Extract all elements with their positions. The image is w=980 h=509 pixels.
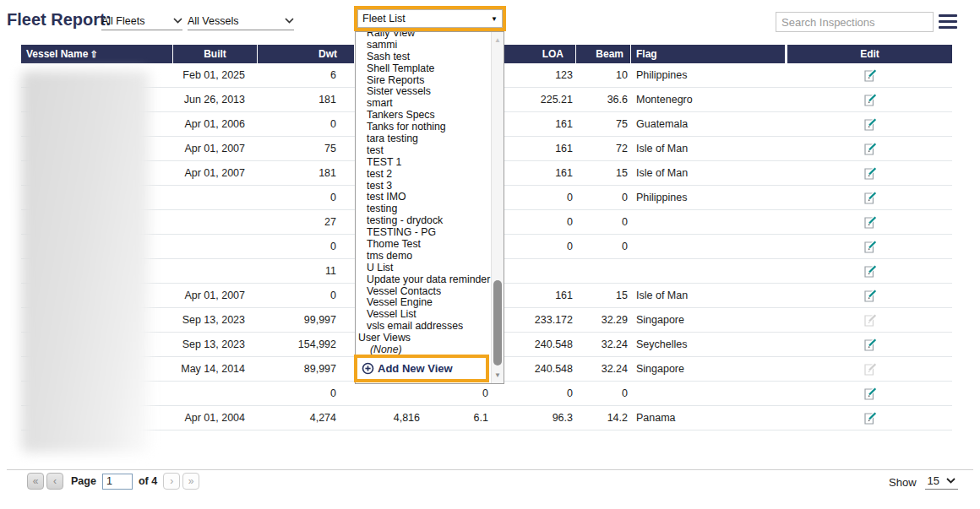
fleet-filter-select[interactable]: All Fleets: [101, 12, 182, 30]
dropdown-scrollbar[interactable]: ▲ ▼: [491, 32, 504, 383]
view-dropdown-item[interactable]: Tanks for nothing: [356, 122, 491, 133]
first-page-button[interactable]: «: [27, 473, 44, 490]
edit-row-button[interactable]: [787, 406, 952, 430]
cell-flag: Seychelles: [631, 333, 786, 356]
view-dropdown-group-label: User Views: [356, 333, 491, 344]
edit-icon[interactable]: [863, 117, 877, 132]
cell-built: Apr 01, 2004: [173, 406, 258, 430]
edit-row-button[interactable]: [787, 284, 952, 307]
view-dropdown-item[interactable]: test IMO: [356, 192, 491, 203]
column-header-beam[interactable]: Beam: [576, 45, 631, 63]
edit-icon[interactable]: [863, 240, 877, 254]
view-dropdown-item[interactable]: sammi: [356, 40, 491, 51]
table-row: Apr 01, 20044,2744,8166.196.314.2Panama: [21, 406, 952, 430]
cell-flag: Singapore: [631, 357, 786, 381]
view-dropdown-item[interactable]: tms demo: [356, 251, 491, 263]
edit-icon[interactable]: [863, 362, 877, 376]
view-dropdown-item[interactable]: smart: [356, 98, 491, 110]
edit-row-button[interactable]: [787, 235, 952, 258]
edit-icon[interactable]: [863, 338, 877, 352]
view-dropdown-item[interactable]: Tankers Specs: [356, 110, 491, 122]
view-select-highlight: Fleet List ▼: [354, 6, 506, 31]
column-header-flag[interactable]: Flag: [631, 45, 786, 63]
edit-row-button[interactable]: [787, 112, 952, 136]
view-select[interactable]: Fleet List ▼: [357, 9, 503, 28]
view-dropdown-item[interactable]: testing - drydock: [356, 215, 491, 227]
column-header-dwt[interactable]: Dwt: [258, 45, 355, 63]
cell-beam: 0: [576, 382, 631, 405]
add-new-view-button[interactable]: Add New View: [354, 355, 489, 382]
edit-icon[interactable]: [863, 411, 877, 425]
page-number-input[interactable]: [102, 474, 133, 490]
cell-beam: 0: [576, 235, 631, 258]
cell-beam: 75: [576, 112, 631, 136]
edit-row-button[interactable]: [787, 137, 952, 160]
vessel-filter-select[interactable]: All Vessels: [188, 12, 294, 30]
view-dropdown-item[interactable]: test 2: [356, 169, 491, 181]
view-dropdown-item[interactable]: Sash test: [356, 51, 491, 63]
view-dropdown-item[interactable]: Vessel Contacts: [356, 286, 491, 298]
cell-flag: [631, 235, 786, 258]
view-dropdown-item[interactable]: tara testing: [356, 133, 491, 145]
view-dropdown-item[interactable]: testing: [356, 203, 491, 215]
view-dropdown-item[interactable]: Thome Test: [356, 239, 491, 251]
cell-hidden-b: 6.1: [422, 406, 490, 430]
view-dropdown-item[interactable]: Sister vessels: [356, 86, 491, 98]
cell-built: May 14, 2014: [173, 357, 258, 381]
edit-icon[interactable]: [863, 191, 877, 205]
prev-page-button[interactable]: ‹: [46, 473, 63, 490]
edit-icon[interactable]: [863, 93, 877, 107]
edit-icon[interactable]: [863, 215, 877, 230]
edit-icon[interactable]: [863, 289, 877, 303]
view-dropdown-item[interactable]: Shell Template: [356, 63, 491, 75]
view-dropdown-item[interactable]: Sire Reports: [356, 75, 491, 87]
edit-icon[interactable]: [863, 68, 877, 83]
view-dropdown-item[interactable]: U List: [356, 263, 491, 274]
edit-row-button[interactable]: [787, 186, 952, 209]
cell-flag: Singapore: [631, 308, 786, 332]
edit-row-button[interactable]: [787, 161, 952, 185]
view-dropdown-item[interactable]: TEST 1: [356, 157, 491, 169]
next-page-button[interactable]: ›: [163, 473, 180, 490]
last-page-button[interactable]: »: [182, 473, 199, 490]
edit-icon[interactable]: [863, 264, 877, 279]
view-dropdown-item[interactable]: TESTING - PG: [356, 227, 491, 239]
view-dropdown-item[interactable]: Vessel Engine: [356, 297, 491, 309]
cell-dwt: 6: [258, 63, 355, 87]
edit-icon[interactable]: [863, 313, 877, 328]
cell-built: Feb 01, 2025: [173, 63, 258, 87]
column-header-built[interactable]: Built: [173, 45, 258, 63]
scroll-down-icon[interactable]: ▼: [492, 371, 504, 379]
rows-per-page-select[interactable]: 15: [925, 474, 958, 490]
view-dropdown-item[interactable]: vsls email addresses: [356, 321, 491, 333]
menu-icon[interactable]: [939, 14, 957, 32]
scrollbar-thumb[interactable]: [493, 280, 502, 366]
view-dropdown-item[interactable]: test 3: [356, 181, 491, 192]
cell-beam: 14.2: [576, 406, 631, 430]
edit-row-button[interactable]: [787, 382, 952, 405]
edit-icon[interactable]: [863, 387, 877, 401]
edit-icon[interactable]: [863, 166, 877, 181]
table-row: 0000: [21, 382, 952, 406]
edit-row-button[interactable]: [787, 333, 952, 356]
edit-row-button[interactable]: [787, 210, 952, 234]
edit-row-button[interactable]: [787, 259, 952, 283]
cell-beam: 32.24: [576, 333, 631, 356]
search-input[interactable]: [781, 16, 930, 29]
view-dropdown-item[interactable]: Vessel List: [356, 309, 491, 321]
cell-built: Sep 13, 2023: [173, 308, 258, 332]
cell-dwt: 0: [258, 382, 355, 405]
view-dropdown-item[interactable]: Update your data reminder: [356, 274, 491, 286]
vessel-filter-value: All Vessels: [188, 15, 238, 27]
cell-built: [173, 186, 258, 209]
edit-icon[interactable]: [863, 142, 877, 156]
scroll-up-icon[interactable]: ▲: [492, 36, 504, 44]
column-header-edit: Edit: [787, 45, 952, 63]
search-box: [776, 12, 934, 32]
edit-row-button[interactable]: [787, 63, 952, 87]
add-new-view-label: Add New View: [378, 362, 453, 375]
edit-row-button-disabled: [787, 308, 952, 332]
column-header-vessel-name[interactable]: Vessel Name ⇧: [21, 45, 173, 63]
edit-row-button[interactable]: [787, 88, 952, 111]
view-dropdown-item[interactable]: test: [356, 145, 491, 157]
